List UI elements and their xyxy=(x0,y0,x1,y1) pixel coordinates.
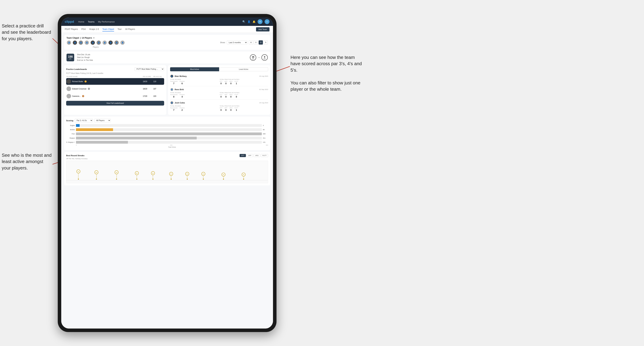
streaks-tab-putt[interactable]: PUTT xyxy=(261,154,268,157)
player-avatar-10: 👤 xyxy=(120,40,125,45)
sub-nav: PGAT Players PGA Hcaps 1-5 Team Clippd T… xyxy=(61,26,273,33)
nav-item-teams[interactable]: Teams xyxy=(88,20,94,24)
bar-track-dbogeys xyxy=(76,141,262,144)
streaks-tab-ott[interactable]: OTT xyxy=(240,154,246,157)
lb-row-1: Richard Butler 🥇 19/20 110 xyxy=(66,78,164,85)
nav-items: Home Teams My Performance xyxy=(78,20,242,24)
view-full-leaderboard-button[interactable]: View Full Leaderboard xyxy=(66,101,164,106)
streak-line-6 xyxy=(171,176,171,178)
subnav-hcaps[interactable]: Hcaps 1-5 xyxy=(89,27,99,31)
lb-avatar-1 xyxy=(66,79,71,84)
scoring-player-filter[interactable]: All Players xyxy=(94,119,111,122)
player-avatar-6: 👤 xyxy=(96,40,101,45)
gold-medal-1: 🥇 xyxy=(84,80,86,82)
pai-player-name-2: 👤 Rees Britt xyxy=(170,88,184,91)
add-team-button[interactable]: Add Team xyxy=(256,27,270,31)
streak-line-5 xyxy=(153,175,153,178)
nav-item-performance[interactable]: My Performance xyxy=(98,20,114,24)
view-grid-3-btn[interactable]: ⊟ xyxy=(254,40,258,44)
pai-rounds-group-2: Total Rounds Tournament 8 Practice 4 xyxy=(170,92,218,98)
shot-circles: 16 yds → 0 yds xyxy=(250,54,268,61)
shot-arrow-icon: → xyxy=(258,56,260,59)
search-icon[interactable]: 🔍 xyxy=(242,20,245,23)
player-avatar-8: 👤 xyxy=(108,40,113,45)
streak-dot-2 xyxy=(96,178,97,180)
tab-least-active[interactable]: Least Active xyxy=(219,67,268,71)
streaks-card: Best Round Streaks OTT APP ARG PUTT Off … xyxy=(64,152,270,185)
pai-date-3: 26 Aug 2023 xyxy=(259,102,268,104)
bar-track-eagles xyxy=(76,124,262,127)
lb-score-2: 18/20 xyxy=(143,88,153,90)
streak-point-6: 4x xyxy=(169,172,173,180)
lb-row-3: Cameron... ③ 17/20 103 xyxy=(66,93,164,99)
bar-fill-pars xyxy=(76,133,262,135)
streaks-tab-app[interactable]: APP xyxy=(246,154,253,157)
subnav-pga[interactable]: PGA xyxy=(82,27,86,31)
scoring-header: Scoring Par 3, 4 & 5s All Players xyxy=(66,119,268,122)
view-list-btn[interactable]: ☰ xyxy=(259,40,263,44)
show-period-select[interactable]: Last 3 months Last 6 months Last year xyxy=(227,40,248,44)
lb-col-player: PLAYER NAME xyxy=(66,76,143,77)
team-header: Team Clippd | 14 Players ✏ 👤 👤 👤 👤 👤 👤 👤 xyxy=(64,35,270,50)
view-grid-2-btn[interactable]: ⊞ xyxy=(249,40,253,44)
drill-select[interactable]: PUTT Must Make Putting ... xyxy=(134,67,164,71)
nav-item-home[interactable]: Home xyxy=(78,20,84,24)
pai-stats-3: Total Rounds Tournament 7 Practice 2 xyxy=(170,105,268,111)
bronze-medal-3: ③ xyxy=(82,95,84,97)
player-avatar-1: 👤 xyxy=(66,40,72,45)
streak-line-9 xyxy=(224,176,224,178)
streak-label-1: 7x xyxy=(76,170,80,173)
pai-player-name-3: 👤 Josh Coles xyxy=(170,101,185,105)
view-icons: ⊞ ⊟ ☰ ⇅ xyxy=(249,40,268,44)
pai-player-name-1: 👤 Blair McHarg xyxy=(170,74,186,78)
pai-header-3: 👤 Josh Coles 26 Aug 2023 xyxy=(170,101,268,105)
lb-player-1: Richard Butler 🥇 xyxy=(66,79,143,84)
pai-practice-group-1: Total Practice Activities OTT 0 APP 0 xyxy=(220,79,268,85)
nav-logo: clippd xyxy=(65,20,74,23)
bar-fill-eagles xyxy=(76,124,80,127)
lb-name-1: Richard Butler xyxy=(72,81,83,82)
ipad-frame: clippd Home Teams My Performance 🔍 👤 🔔 ⚙… xyxy=(58,14,276,332)
bar-value-pars: 499 xyxy=(263,133,268,135)
scoring-card: Scoring Par 3, 4 & 5s All Players Eagles xyxy=(64,117,270,150)
streak-dot-10 xyxy=(243,178,244,180)
lb-name-2: Edward Crossman xyxy=(72,88,86,90)
user-icon[interactable]: 👤 xyxy=(248,20,250,23)
subnav-tour[interactable]: Tour xyxy=(118,27,122,31)
subnav-team-clippd[interactable]: Team Clippd xyxy=(102,27,114,31)
chart-x-labels: 0 200 400 xyxy=(76,144,268,146)
view-sort-btn[interactable]: ⇅ xyxy=(264,40,268,44)
lb-score-3: 17/20 xyxy=(143,95,153,97)
nav-icons: 🔍 👤 🔔 ⚙ U xyxy=(242,19,270,24)
lb-score-1: 19/20 xyxy=(143,81,153,82)
settings-avatar[interactable]: ⚙ xyxy=(258,19,262,24)
pai-header-2: 👤 Rees Britt 02 Sep 2023 xyxy=(170,88,268,91)
activity-player-3: 👤 Josh Coles 26 Aug 2023 Total Rounds To… xyxy=(170,100,268,113)
player-avatar-7: 👤 xyxy=(102,40,107,45)
pai-date-2: 02 Sep 2023 xyxy=(259,89,268,90)
bar-value-birdies: 96 xyxy=(263,129,268,131)
scoring-par-filter[interactable]: Par 3, 4 & 5s xyxy=(75,119,93,122)
lb-avg-1: 110 xyxy=(153,81,164,82)
tab-most-active[interactable]: Most Active xyxy=(170,67,219,71)
streak-dot-4 xyxy=(136,178,138,180)
pai-rounds-group-3: Total Rounds Tournament 7 Practice 2 xyxy=(170,105,218,111)
edit-team-icon[interactable]: ✏ xyxy=(93,37,95,39)
bell-icon[interactable]: 🔔 xyxy=(252,20,256,23)
bar-track-pars xyxy=(76,133,262,135)
lb-col-pb: PB SCORE xyxy=(143,76,153,77)
streak-point-7: 4x xyxy=(185,172,189,180)
streaks-tab-arg[interactable]: ARG xyxy=(254,154,260,157)
streak-point-8: 4x xyxy=(202,172,205,180)
subnav-pgat[interactable]: PGAT Players xyxy=(65,27,78,31)
subnav-all-players[interactable]: All Players xyxy=(125,27,135,31)
activity-card: Most Active Least Active 👤 Blair McHarg … xyxy=(168,65,270,115)
bar-fill-bogeys xyxy=(76,137,197,140)
team-players-avatars: 👤 👤 👤 👤 👤 👤 👤 👤 👤 👤 xyxy=(66,40,125,45)
streak-label-7: 4x xyxy=(185,172,189,176)
lb-column-headers: PLAYER NAME PB SCORE PB AVG SQ xyxy=(66,76,164,77)
lb-col-avg: PB AVG SQ xyxy=(153,76,164,77)
user-avatar[interactable]: U xyxy=(264,19,270,24)
pai-practice-group-3: Total Practice Activities OTT 0 APP 0 xyxy=(220,105,268,111)
bar-row-birdies: Birdies 96 xyxy=(66,128,268,131)
